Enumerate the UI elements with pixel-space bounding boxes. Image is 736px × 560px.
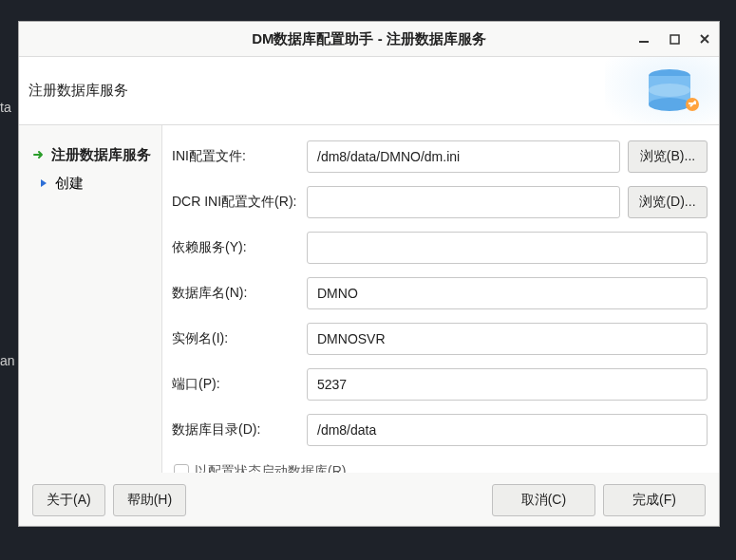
- finish-button[interactable]: 完成(F): [603, 484, 706, 516]
- form-area: INI配置文件: 浏览(B)... DCR INI配置文件(R): 浏览(D).…: [161, 125, 719, 473]
- window-title: DM数据库配置助手 - 注册数据库服务: [252, 30, 486, 48]
- sidebar-item-label: 注册数据库服务: [51, 146, 151, 164]
- svg-point-6: [649, 84, 690, 97]
- triangle-right-icon: [38, 177, 49, 189]
- ini-browse-button[interactable]: 浏览(B)...: [628, 140, 708, 173]
- config-start-checkbox[interactable]: [174, 464, 189, 473]
- about-button[interactable]: 关于(A): [32, 484, 105, 516]
- window-controls: [635, 22, 713, 56]
- row-inst: 实例名(I):: [172, 323, 708, 355]
- ini-input[interactable]: [307, 140, 620, 173]
- dep-input[interactable]: [307, 232, 708, 264]
- row-dcr: DCR INI配置文件(R): 浏览(D)...: [172, 186, 708, 218]
- page-title: 注册数据库服务: [28, 82, 128, 100]
- port-input[interactable]: [307, 368, 708, 401]
- close-button[interactable]: [696, 30, 713, 47]
- svg-rect-0: [639, 41, 649, 43]
- cancel-button[interactable]: 取消(C): [492, 484, 595, 516]
- dialog-window: DM数据库配置助手 - 注册数据库服务 注册数据库服务: [18, 21, 720, 527]
- sidebar: 注册数据库服务 创建: [19, 125, 161, 473]
- inst-input[interactable]: [307, 323, 708, 355]
- minimize-button[interactable]: [635, 30, 652, 47]
- row-port: 端口(P):: [172, 368, 708, 401]
- arrow-right-icon: [32, 148, 46, 161]
- backdrop-text: ta: [0, 100, 11, 115]
- checkbox-label: 以配置状态启动数据库(R): [195, 463, 346, 473]
- dcr-browse-button[interactable]: 浏览(D)...: [628, 186, 708, 218]
- backdrop-text: an: [0, 353, 15, 368]
- dbname-label: 数据库名(N):: [172, 285, 299, 302]
- row-checkbox-cutoff: 以配置状态启动数据库(R): [172, 459, 708, 473]
- titlebar: DM数据库配置助手 - 注册数据库服务: [19, 22, 719, 56]
- dcr-label: DCR INI配置文件(R):: [172, 194, 299, 211]
- row-dep: 依赖服务(Y):: [172, 232, 708, 264]
- row-dir: 数据库目录(D):: [172, 414, 708, 446]
- dir-input[interactable]: [307, 414, 708, 446]
- row-ini: INI配置文件: 浏览(B)...: [172, 140, 708, 173]
- dcr-input[interactable]: [307, 186, 620, 218]
- header-band: 注册数据库服务: [19, 56, 719, 125]
- svg-rect-1: [670, 35, 679, 44]
- footer: 关于(A) 帮助(H) 取消(C) 完成(F): [19, 473, 719, 526]
- help-button[interactable]: 帮助(H): [113, 484, 186, 516]
- maximize-button[interactable]: [666, 30, 683, 47]
- port-label: 端口(P):: [172, 376, 299, 393]
- dir-label: 数据库目录(D):: [172, 421, 299, 439]
- inst-label: 实例名(I):: [172, 330, 299, 347]
- dep-label: 依赖服务(Y):: [172, 239, 299, 256]
- ini-label: INI配置文件:: [172, 148, 299, 165]
- sidebar-item-create[interactable]: 创建: [32, 169, 161, 197]
- body: 注册数据库服务 创建 INI配置文件: 浏览(B)... DCR INI配置文件…: [19, 125, 719, 473]
- dbname-input[interactable]: [307, 277, 708, 309]
- row-dbname: 数据库名(N):: [172, 277, 708, 309]
- svg-point-5: [649, 98, 690, 111]
- sidebar-item-register-service[interactable]: 注册数据库服务: [32, 140, 161, 169]
- sidebar-item-label: 创建: [55, 175, 84, 193]
- database-icon: [605, 57, 719, 125]
